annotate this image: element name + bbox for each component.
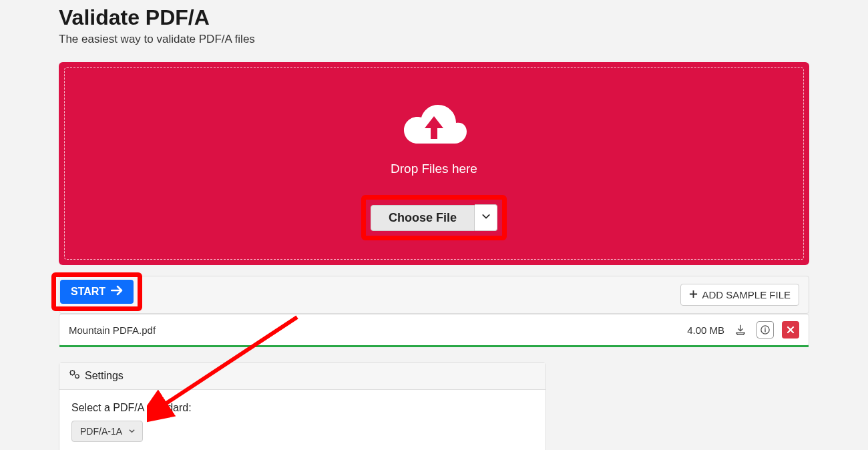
svg-rect-2: [765, 329, 765, 332]
start-highlight: START: [51, 272, 142, 311]
close-icon: [787, 324, 795, 336]
settings-panel: Settings Select a PDF/A standard: PDF/A-…: [59, 362, 546, 450]
file-name: Mountain PDFA.pdf: [69, 324, 156, 336]
info-icon[interactable]: [756, 321, 774, 339]
file-row: Mountain PDFA.pdf 4.00 MB: [59, 314, 809, 346]
toolbar: START ADD SAMPLE FILE: [59, 276, 809, 314]
chevron-down-icon: [128, 426, 136, 437]
arrow-right-icon: [111, 285, 123, 298]
select-standard-label: Select a PDF/A standard:: [71, 402, 533, 414]
page-subtitle: The easiest way to validate PDF/A files: [59, 33, 809, 46]
add-sample-label: ADD SAMPLE FILE: [702, 289, 791, 300]
settings-title: Settings: [85, 370, 124, 382]
dropzone-inner: Drop Files here Choose File: [64, 67, 804, 260]
file-size: 4.00 MB: [687, 324, 724, 336]
plus-icon: [689, 289, 698, 300]
cloud-upload-icon: [398, 100, 470, 156]
start-label: START: [71, 286, 105, 298]
start-button[interactable]: START: [60, 280, 134, 304]
pdfa-standard-select[interactable]: PDF/A-1A: [71, 421, 143, 442]
chevron-down-icon: [481, 212, 491, 224]
remove-file-button[interactable]: [782, 321, 799, 339]
add-sample-file-button[interactable]: ADD SAMPLE FILE: [680, 284, 799, 306]
settings-header: Settings: [59, 363, 546, 390]
page-title: Validate PDF/A: [59, 5, 809, 30]
choose-file-dropdown-button[interactable]: [475, 204, 497, 231]
svg-point-3: [70, 371, 74, 375]
selected-standard-value: PDF/A-1A: [80, 426, 122, 437]
choose-file-highlight: Choose File: [361, 195, 507, 240]
gears-icon: [69, 369, 81, 383]
svg-point-1: [765, 328, 766, 329]
dropzone[interactable]: Drop Files here Choose File: [59, 62, 809, 265]
download-icon[interactable]: [732, 322, 748, 338]
choose-file-button[interactable]: Choose File: [371, 205, 475, 231]
drop-files-text: Drop Files here: [391, 162, 477, 176]
